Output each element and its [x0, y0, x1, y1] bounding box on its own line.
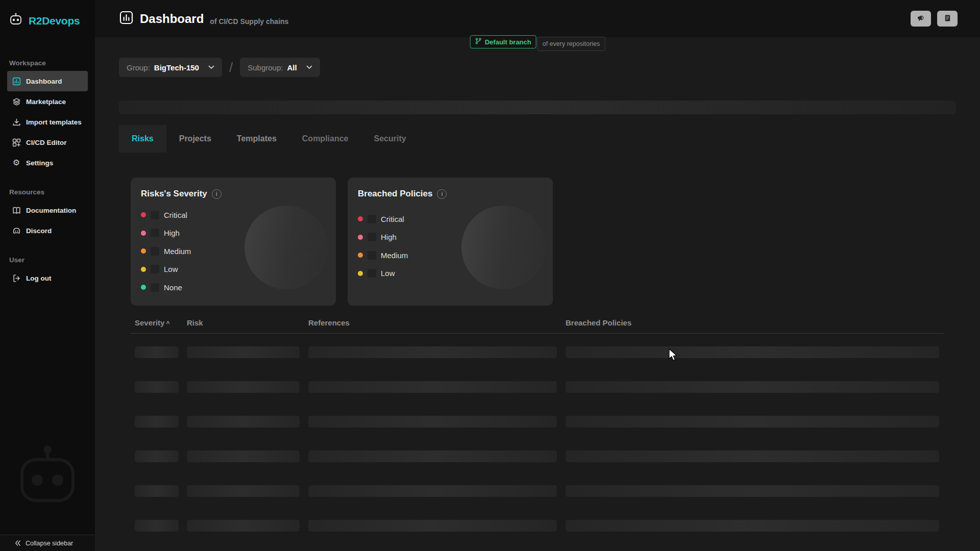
donut-chart-skeleton	[244, 206, 328, 289]
severity-dot	[141, 212, 146, 217]
cell-skeleton	[187, 416, 300, 428]
r2devops-robot-icon	[7, 12, 24, 30]
dashboard-chart-icon	[119, 10, 134, 27]
severity-dot	[358, 216, 363, 221]
cicd-editor-icon	[12, 138, 21, 147]
column-header-severity[interactable]: Severity^	[131, 318, 187, 327]
sidebar-section-workspace: Workspace	[0, 59, 95, 67]
legend-count-skeleton	[151, 265, 159, 273]
subgroup-value: All	[287, 63, 297, 72]
group-separator: /	[229, 60, 233, 76]
sidebar-item-settings[interactable]: ⚙ Settings	[7, 153, 88, 173]
sidebar-item-label: Settings	[26, 159, 53, 167]
info-icon[interactable]	[437, 189, 447, 199]
cell-skeleton	[187, 520, 300, 532]
sidebar-item-label: Documentation	[26, 207, 76, 214]
chevron-down-icon	[208, 65, 214, 69]
table-row	[131, 450, 944, 462]
sidebar-item-label: Import templates	[26, 118, 82, 126]
breached-policies-card: Breached Policies Critical High	[348, 178, 553, 306]
sidebar-item-discord[interactable]: Discord	[7, 220, 88, 241]
cell-skeleton	[566, 520, 939, 532]
group-dropdown[interactable]: Group: BigTech-150	[119, 58, 222, 77]
changelog-button[interactable]	[937, 11, 958, 27]
tab-risks[interactable]: Risks	[119, 125, 166, 153]
table-row	[131, 485, 944, 497]
app-root: R2Devops Workspace Dashboard Marketplace	[0, 0, 980, 551]
filters-row: Group: BigTech-150 / Subgroup: All	[119, 58, 956, 77]
page-title: Dashboard	[140, 12, 204, 26]
cell-skeleton	[135, 346, 179, 358]
double-chevron-left-icon	[14, 539, 21, 548]
marketplace-icon	[12, 97, 21, 106]
content-area: Default branch of every repositories Gro…	[95, 37, 980, 551]
cell-skeleton	[135, 485, 179, 497]
severity-dot	[141, 231, 146, 236]
group-label: Group:	[127, 63, 150, 72]
sidebar-item-label: Dashboard	[26, 78, 62, 85]
sort-caret-icon: ^	[166, 320, 169, 327]
cell-skeleton	[566, 416, 939, 428]
table-row	[131, 346, 944, 358]
tab-compliance[interactable]: Compliance	[289, 125, 361, 153]
legend-count-skeleton	[368, 269, 376, 278]
cell-skeleton	[187, 381, 300, 393]
subgroup-dropdown[interactable]: Subgroup: All	[240, 58, 320, 77]
sidebar-section-resources: Resources	[0, 188, 95, 196]
logout-icon	[12, 273, 21, 283]
sidebar-item-import-templates[interactable]: Import templates	[7, 112, 88, 132]
cell-skeleton	[308, 346, 557, 358]
dashboard-icon	[12, 77, 21, 86]
branch-badge: Default branch of every repositories	[470, 35, 605, 51]
cell-skeleton	[135, 416, 179, 428]
git-branch-icon	[475, 38, 482, 46]
legend-count-skeleton	[368, 215, 376, 223]
table-header: Severity^ Risk References Breached Polic…	[131, 318, 944, 334]
tabs: Risks Projects Templates Compliance Secu…	[119, 125, 956, 153]
legend-count-skeleton	[368, 233, 376, 241]
severity-dot	[141, 267, 146, 272]
sidebar-item-label: Marketplace	[26, 98, 66, 106]
tab-projects[interactable]: Projects	[166, 125, 224, 153]
collapse-sidebar-label: Collapse sidebar	[26, 540, 73, 547]
card-title: Breached Policies	[358, 189, 432, 199]
tab-templates[interactable]: Templates	[224, 125, 289, 153]
brand-name: R2Devops	[29, 15, 80, 27]
logo[interactable]: R2Devops	[0, 0, 95, 30]
legend-count-skeleton	[368, 251, 376, 260]
sidebar-item-logout[interactable]: Log out	[7, 268, 88, 288]
default-branch-chip[interactable]: Default branch	[470, 35, 536, 48]
info-icon[interactable]	[212, 189, 222, 199]
sidebar-item-cicd-editor[interactable]: CI/CD Editor	[7, 132, 88, 153]
cell-skeleton	[566, 381, 939, 393]
sidebar-watermark-logo	[4, 442, 91, 520]
sidebar-section-user: User	[0, 256, 95, 264]
legend-count-skeleton	[151, 283, 159, 292]
column-header-risk[interactable]: Risk	[187, 318, 308, 327]
collapse-sidebar-button[interactable]: Collapse sidebar	[0, 535, 95, 551]
table-row	[131, 416, 944, 428]
cell-skeleton	[135, 520, 179, 532]
discord-icon	[12, 226, 21, 235]
sidebar-item-dashboard[interactable]: Dashboard	[7, 71, 88, 91]
severity-dot	[141, 248, 146, 254]
cell-skeleton	[566, 346, 939, 358]
donut-chart-skeleton	[461, 206, 545, 289]
changelog-document-icon	[944, 14, 951, 24]
column-header-breached-policies[interactable]: Breached Policies	[566, 318, 944, 327]
sidebar-item-marketplace[interactable]: Marketplace	[7, 91, 88, 112]
cell-skeleton	[308, 381, 557, 393]
import-icon	[12, 117, 21, 127]
main-area: Dashboard of CI/CD Supply chains	[95, 0, 980, 551]
cell-skeleton	[187, 450, 300, 462]
loading-skeleton-bar	[119, 101, 956, 114]
group-value: BigTech-150	[154, 63, 199, 72]
sidebar-item-label: Discord	[26, 227, 52, 235]
announcement-button[interactable]	[911, 11, 931, 27]
top-header: Dashboard of CI/CD Supply chains	[95, 0, 980, 37]
column-header-references[interactable]: References	[308, 318, 566, 327]
default-branch-label: Default branch	[485, 38, 531, 46]
risks-table: Severity^ Risk References Breached Polic…	[131, 318, 944, 532]
sidebar-item-documentation[interactable]: Documentation	[7, 200, 88, 220]
tab-security[interactable]: Security	[361, 125, 419, 153]
